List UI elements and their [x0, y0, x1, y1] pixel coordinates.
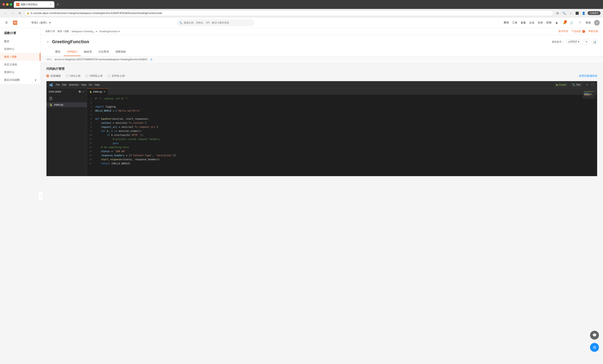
code-tab-close-button[interactable]: ✕ [104, 90, 105, 93]
explorer-copy-icon[interactable]: ⧉ [79, 90, 81, 93]
tab-code-execution[interactable]: 代码执行 [64, 48, 81, 56]
cart-icon[interactable]: 🛒 [569, 20, 574, 25]
address-bar[interactable]: 🔒 fc.console.aliyun.com/fc/service/cn-ha… [24, 10, 554, 16]
user-avatar[interactable]: U [594, 20, 600, 25]
fee-link[interactable]: 费用 [504, 21, 509, 24]
code-tab-bar: 🐍 index.py ✕ [87, 88, 597, 95]
sidebar-item-resource-center[interactable]: 资源中心 [0, 68, 40, 76]
code-line-7: 7 context = environ['fc.context'] [87, 121, 597, 125]
chart-icon-button[interactable]: 📊 [592, 39, 597, 45]
radio-online-edit[interactable]: 在线编辑 [46, 74, 61, 78]
file-new-icon[interactable] [48, 96, 54, 101]
new-tab-button[interactable]: + [57, 2, 59, 7]
sidebar-item-app-center[interactable]: 应用中心 [0, 45, 40, 53]
support-link[interactable]: 支持 [538, 21, 543, 24]
back-button[interactable]: ← [46, 40, 50, 44]
breadcrumb-function-chevron: ▾ [118, 30, 120, 33]
search-icon: 🔍 [179, 21, 182, 24]
menu-help[interactable]: Help [94, 83, 100, 86]
breadcrumb-service-name: webapixxx-Greeting... [72, 30, 95, 33]
official-link[interactable]: 官网 [546, 21, 551, 24]
version-selector[interactable]: LATEST ▾ [567, 40, 581, 44]
tab-overview[interactable]: 概览 [52, 48, 64, 56]
brand: 阿里云 [13, 20, 27, 25]
code-line-1: 1 # -*- coding: utf-8 -*- [87, 97, 597, 101]
fullscreen-icon[interactable]: ⛶ [590, 82, 595, 87]
region-selector[interactable]: 华东1（杭州） ▾ [31, 21, 51, 24]
tab-close-button[interactable]: ✕ [49, 3, 52, 6]
menu-go[interactable]: Go [89, 83, 92, 86]
tab-function-metrics[interactable]: 函数指标 [112, 48, 129, 56]
breadcrumb-fc[interactable]: 函数计算 [46, 30, 55, 33]
menu-selection[interactable]: Selection [69, 83, 79, 86]
profile-button[interactable]: 👤 [581, 11, 586, 16]
use-old-editor-link[interactable]: 使用旧版编辑器 [579, 74, 597, 78]
code-tab-index-py[interactable]: 🐍 index.py ✕ [87, 88, 108, 95]
sidebar-title: 函数计算 [0, 28, 40, 37]
python-tab-icon: 🐍 [90, 91, 92, 93]
arn-bar: ARN - acs:fc:cn-hangzhou:181377438895370… [41, 56, 603, 63]
maximize-dot[interactable] [10, 3, 12, 6]
expand-buttons: ⤢ ⛶ [585, 82, 595, 87]
bookmark-button[interactable]: ☆ [568, 11, 573, 16]
breadcrumb-greeting-service[interactable]: webapixxx-Greeting... ▾ [72, 30, 97, 33]
menu-edit[interactable]: Edit [62, 83, 66, 86]
code-line-5: 5 [87, 113, 597, 117]
edit-icon-button[interactable]: ✎ [583, 39, 589, 45]
menu-view[interactable]: View [81, 83, 86, 86]
browser-tab[interactable]: fc 函数计算控制台 ✕ [14, 1, 54, 8]
notification-button[interactable]: 🔔 [563, 21, 566, 24]
radio-folder-upload[interactable]: 文件夹上传 [107, 74, 125, 78]
file-item-index-py[interactable]: 🐍 index.py [46, 102, 87, 107]
lang-switch[interactable]: 简体 [586, 21, 591, 24]
code-content[interactable]: 1 # -*- coding: utf-8 -*- 2 [87, 95, 597, 176]
product-news-link[interactable]: 产品动态 5 [571, 30, 585, 33]
page-header: ← GreetingFunction 服务版本： LATEST ▾ ✎ 📊 [41, 35, 603, 56]
radio-code-package[interactable]: 代码包上传 [85, 74, 103, 78]
tab-log-query[interactable]: 日志查询 [95, 48, 112, 56]
help-icon[interactable]: ? [578, 20, 582, 25]
sidebar-item-service-function[interactable]: 服务 / 函数 [0, 53, 40, 61]
breadcrumb-function[interactable]: GreetingFunction ▾ [99, 30, 120, 33]
floating-grid-button[interactable]: ⊞ [590, 343, 599, 352]
browser-actions: ⊞ 🔍 ☆ ⬛ 👤 无痕模式 [555, 11, 601, 16]
search-browser-button[interactable]: 🔍 [562, 11, 567, 16]
sidebar-collapse-button[interactable]: ‹ [38, 191, 43, 201]
browser-chrome: fc 函数计算控制台 ✕ + [0, 0, 603, 9]
region-chevron-icon: ▾ [49, 21, 51, 24]
close-dot[interactable] [2, 3, 5, 6]
editor-body: EXPLORER ⧉ ··· [46, 88, 597, 176]
service-version-label: 服务版本： [552, 40, 564, 44]
floating-chat-button[interactable]: 💬 [590, 331, 599, 340]
hamburger-menu[interactable]: ☰ [3, 20, 10, 26]
help-docs-link[interactable]: 帮助文档 [588, 30, 598, 33]
explorer-more-icon[interactable]: ··· [82, 90, 84, 93]
vscode-icon[interactable] [48, 82, 53, 87]
tab-trigger[interactable]: 触发器 [81, 48, 95, 56]
test-button[interactable]: 🔧 Test [570, 82, 582, 87]
record-link[interactable]: 备案 [521, 21, 526, 24]
invoke-button[interactable]: ▶ Invoke [554, 82, 568, 87]
page-header-actions: 服务版本： LATEST ▾ ✎ 📊 [552, 39, 597, 45]
sidebar-item-custom-domain[interactable]: 自定义域名 [0, 61, 40, 68]
enterprise-link[interactable]: 企业 [529, 21, 534, 24]
sidebar-item-overview[interactable]: 概览 [0, 37, 40, 45]
menu-file[interactable]: File [56, 83, 60, 86]
copy-arn-button[interactable]: ⎘ [151, 58, 152, 61]
content-area: 函数计算 概览 应用中心 服务 / 函数 自定义域名 资源中心 最近访问函数 ▾… [0, 28, 603, 364]
forward-button[interactable]: → [10, 10, 15, 16]
breadcrumb-service[interactable]: 服务 / 函数 [58, 30, 69, 33]
video-icon[interactable]: ▶ [555, 20, 560, 25]
back-button[interactable]: ← [2, 10, 8, 16]
ticket-link[interactable]: 工单 [512, 21, 517, 24]
new-guide-link[interactable]: 新手向导 [558, 30, 568, 33]
move-icon[interactable]: ⤢ [585, 82, 589, 87]
extensions-button[interactable]: ⊞ [555, 11, 560, 16]
radio-oss-upload[interactable]: OSS上传 [66, 74, 81, 78]
minimize-dot[interactable] [6, 3, 9, 6]
screen-share-button[interactable]: ⬛ [575, 11, 580, 16]
search-input[interactable] [177, 20, 254, 26]
reload-button[interactable]: ↻ [17, 10, 23, 16]
sidebar-item-recent-functions[interactable]: 最近访问函数 ▾ [0, 76, 40, 84]
code-line-10: 10 if k.startswith('HTTP_'): [87, 133, 597, 137]
